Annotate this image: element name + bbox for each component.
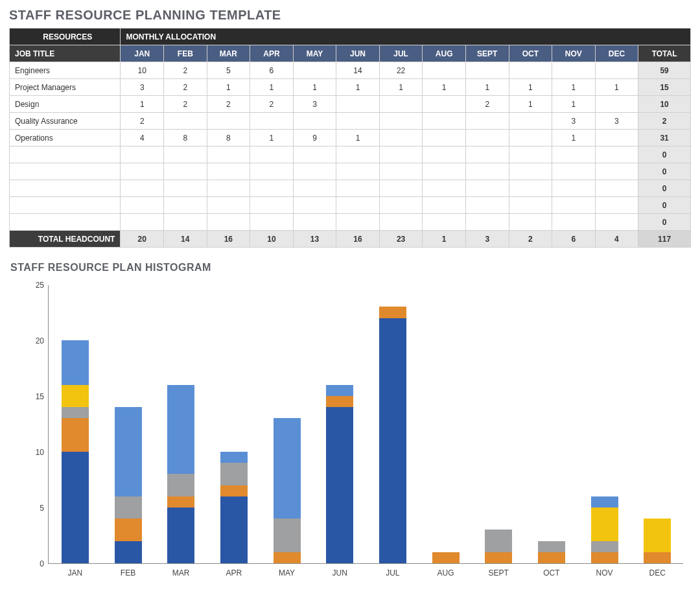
hdr-resources: RESOURCES: [10, 29, 121, 45]
bar-segment: [485, 530, 512, 552]
row-total: 31: [638, 130, 691, 146]
cell: 1: [509, 96, 552, 113]
hdr-month: JUL: [379, 45, 423, 62]
footer-val: 16: [336, 231, 380, 248]
x-tick-label: NOV: [582, 568, 627, 578]
table-row: Operations488191131: [10, 130, 691, 146]
cell: [509, 113, 552, 130]
cell: [336, 96, 380, 113]
bar-segment: [62, 452, 89, 563]
cell: [423, 197, 466, 214]
cell: [121, 214, 164, 231]
cell: 1: [121, 96, 164, 113]
bar-segment: [326, 407, 353, 563]
cell: 1: [207, 79, 250, 96]
row-title: Design: [10, 96, 121, 113]
cell: [207, 163, 250, 180]
cell: [595, 197, 638, 214]
cell: [250, 180, 294, 197]
bar-segment: [379, 318, 406, 563]
x-tick-label: OCT: [529, 568, 574, 578]
row-title: [10, 180, 121, 197]
cell: [379, 146, 423, 163]
hdr-month: APR: [250, 45, 294, 62]
bar-segment: [274, 519, 301, 552]
x-tick-label: MAR: [158, 568, 204, 578]
hdr-total: TOTAL: [638, 45, 691, 62]
cell: 1: [423, 79, 466, 96]
y-tick-label: 5: [9, 504, 44, 513]
bar-segment: [62, 407, 89, 418]
bar-column: [62, 340, 89, 563]
table-row: 0: [10, 146, 691, 163]
hdr-month: JUN: [336, 45, 380, 62]
table-row: Engineers10256142259: [10, 62, 691, 79]
hdr-month: MAR: [207, 45, 250, 62]
cell: [509, 146, 552, 163]
x-tick-label: AUG: [423, 568, 469, 578]
cell: 3: [595, 113, 638, 130]
y-tick-label: 0: [9, 559, 44, 568]
bar-segment: [115, 407, 142, 496]
bar-segment: [538, 541, 565, 552]
row-title: [10, 197, 121, 214]
bar-column: [326, 385, 353, 563]
bar-column: [644, 519, 671, 563]
cell: [250, 214, 294, 231]
cell: [164, 180, 207, 197]
cell: [379, 96, 423, 113]
footer-val: 4: [595, 231, 638, 248]
chart: 0510152025 JANFEBMARAPRMAYJUNJULAUGSEPTO…: [9, 279, 691, 590]
table-row: 0: [10, 197, 691, 214]
cell: 3: [121, 79, 164, 96]
row-total: 0: [638, 197, 691, 214]
bar-segment: [220, 485, 248, 496]
bar-column: [432, 552, 460, 563]
row-total: 0: [638, 146, 691, 163]
cell: [293, 113, 336, 130]
cell: 9: [293, 130, 336, 146]
cell: 1: [379, 79, 423, 96]
cell: [207, 197, 250, 214]
cell: [552, 163, 596, 180]
cell: [164, 197, 207, 214]
cell: [336, 146, 380, 163]
bar-segment: [220, 463, 248, 485]
cell: 1: [552, 79, 596, 96]
row-title: [10, 146, 121, 163]
bar-segment: [326, 385, 353, 396]
table-header-2: JOB TITLE JAN FEB MAR APR MAY JUN JUL AU…: [10, 45, 691, 62]
bar-segment: [167, 508, 194, 563]
bar-column: [167, 385, 194, 563]
cell: 2: [207, 96, 250, 113]
cell: [207, 214, 250, 231]
bar-column: [220, 452, 248, 563]
footer-val: 2: [509, 231, 552, 248]
cell: [423, 113, 466, 130]
cell: [164, 113, 207, 130]
cell: [552, 180, 596, 197]
bar-segment: [220, 496, 248, 563]
cell: 6: [250, 62, 294, 79]
cell: [552, 146, 596, 163]
table-header-1: RESOURCES MONTHLY ALLOCATION: [10, 29, 691, 45]
x-tick-label: MAY: [264, 568, 310, 578]
cell: [465, 130, 509, 146]
cell: [207, 180, 250, 197]
cell: [509, 62, 552, 79]
footer-val: 10: [250, 231, 294, 248]
bar-column: [538, 541, 565, 563]
cell: 1: [552, 130, 596, 146]
bar-segment: [167, 496, 194, 508]
cell: [293, 146, 336, 163]
cell: [465, 62, 509, 79]
cell: [595, 146, 638, 163]
table-body: Engineers10256142259Project Managers3211…: [10, 62, 691, 231]
cell: [379, 197, 423, 214]
cell: [164, 146, 207, 163]
y-tick-label: 25: [9, 281, 44, 290]
cell: [595, 130, 638, 146]
bar-column: [591, 496, 618, 563]
hdr-month: DEC: [595, 45, 638, 62]
cell: [121, 180, 164, 197]
